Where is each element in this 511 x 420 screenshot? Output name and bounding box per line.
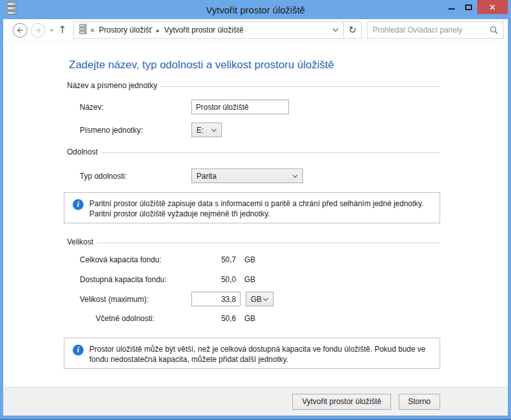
footer-bar: Vytvořit prostor úložiště Storno (3, 387, 508, 416)
caption-buttons: ✕ (443, 0, 508, 14)
name-row: Název: (64, 100, 440, 114)
drive-letter-row: Písmeno jednotky: E: (64, 123, 440, 137)
up-button[interactable]: ↑ (58, 25, 66, 35)
name-input[interactable] (191, 100, 289, 114)
navigation-bar: ▾ ↑ (3, 19, 508, 41)
including-resiliency-row: Včetně odolnosti: 50,6 GB (64, 314, 440, 323)
maximize-button[interactable] (460, 0, 477, 14)
section-size: Velikost (64, 237, 440, 247)
info-icon: i (73, 199, 84, 210)
resiliency-type-row: Typ odolnosti: Parita (64, 169, 440, 183)
search-icon[interactable] (489, 26, 498, 34)
size-unit-select[interactable]: GB (246, 292, 274, 306)
chevron-down-icon (263, 297, 269, 301)
window-frame: Vytvořit prostor úložiště ✕ (0, 0, 511, 420)
resiliency-type-label: Typ odolnosti: (80, 172, 191, 181)
close-button[interactable]: ✕ (477, 0, 508, 14)
info-icon: i (73, 345, 84, 356)
size-info-text: Prostor úložiště může být větší, než je … (89, 344, 431, 364)
breadcrumb[interactable]: « Prostory úložišť ▸ Vytvořit prostor úl… (73, 22, 344, 39)
size-info-box: i Prostor úložiště může být větší, než j… (64, 338, 440, 369)
pool-available-capacity-unit: GB (244, 275, 255, 284)
forward-button[interactable] (31, 23, 45, 38)
search-box (367, 22, 504, 39)
back-arrow-icon (15, 26, 25, 35)
page-content: Zadejte název, typ odolnosti a velikost … (3, 41, 508, 387)
create-storage-space-button[interactable]: Vytvořit prostor úložiště (292, 394, 390, 410)
drive-letter-value: E: (196, 126, 204, 135)
size-maximum-input[interactable] (191, 292, 241, 306)
minimize-icon (448, 8, 455, 10)
maximize-icon (465, 4, 472, 10)
pool-available-capacity-value: 50,0 (191, 275, 236, 284)
size-maximum-row: Velikost (maximum): GB (64, 292, 440, 306)
size-unit-value: GB (251, 295, 262, 304)
window-title: Vytvořit prostor úložiště (3, 4, 508, 15)
recent-pages-dropdown[interactable]: ▾ (50, 27, 53, 33)
drive-letter-select[interactable]: E: (191, 123, 222, 137)
resiliency-info-box: i Paritní prostor úložiště zapisuje data… (64, 192, 440, 223)
pool-total-capacity-value: 50,7 (191, 255, 236, 264)
size-maximum-label: Velikost (maximum): (80, 295, 191, 304)
pool-total-capacity-row: Celková kapacita fondu: 50,7 GB (64, 255, 440, 264)
resiliency-type-select[interactable]: Parita (191, 169, 303, 183)
window-body: ▾ ↑ (3, 19, 508, 416)
section-name-and-drive: Název a písmeno jednotky (64, 81, 440, 91)
back-button[interactable] (13, 23, 27, 38)
resiliency-type-value: Parita (196, 172, 216, 181)
chevron-down-icon (292, 174, 298, 178)
drive-letter-label: Písmeno jednotky: (80, 126, 191, 135)
storage-spaces-window-icon (6, 1, 17, 18)
including-resiliency-value: 50,6 (191, 314, 236, 323)
breadcrumb-storage-icon (78, 24, 87, 36)
including-resiliency-unit: GB (244, 314, 255, 323)
pool-available-capacity-label: Dostupná kapacita fondu: (80, 275, 191, 284)
section-divider (161, 86, 440, 87)
section-name-title: Název a písmeno jednotky (67, 81, 157, 91)
forward-arrow-icon (33, 26, 43, 35)
section-resiliency-title: Odolnost (67, 147, 98, 157)
breadcrumb-root-chevron[interactable]: « (90, 26, 94, 34)
section-resiliency: Odolnost (64, 147, 440, 157)
page-title: Zadejte název, typ odolnosti a velikost … (69, 58, 440, 71)
breadcrumb-item-storage-spaces[interactable]: Prostory úložišť (99, 26, 152, 34)
section-size-title: Velikost (67, 237, 93, 247)
pool-total-capacity-unit: GB (244, 255, 255, 264)
resiliency-info-text: Paritní prostor úložiště zapisuje data s… (89, 199, 431, 219)
chevron-down-icon (211, 128, 217, 132)
breadcrumb-separator-icon[interactable]: ▸ (156, 27, 159, 34)
section-divider (101, 153, 440, 153)
minimize-button[interactable] (443, 0, 460, 14)
cancel-button[interactable]: Storno (399, 394, 440, 410)
search-input[interactable] (373, 26, 489, 34)
refresh-button[interactable]: ↻ (344, 22, 362, 39)
breadcrumb-item-current[interactable]: Vytvořit prostor úložiště (164, 26, 243, 34)
name-label: Název: (80, 103, 191, 112)
pool-total-capacity-label: Celková kapacita fondu: (80, 255, 191, 264)
title-bar: Vytvořit prostor úložiště ✕ (3, 0, 508, 19)
address-dropdown-icon[interactable] (332, 28, 339, 32)
section-divider (97, 243, 440, 243)
address-bar: « Prostory úložišť ▸ Vytvořit prostor úl… (73, 22, 362, 39)
pool-available-capacity-row: Dostupná kapacita fondu: 50,0 GB (64, 275, 440, 284)
including-resiliency-label: Včetně odolnosti: (96, 314, 191, 323)
